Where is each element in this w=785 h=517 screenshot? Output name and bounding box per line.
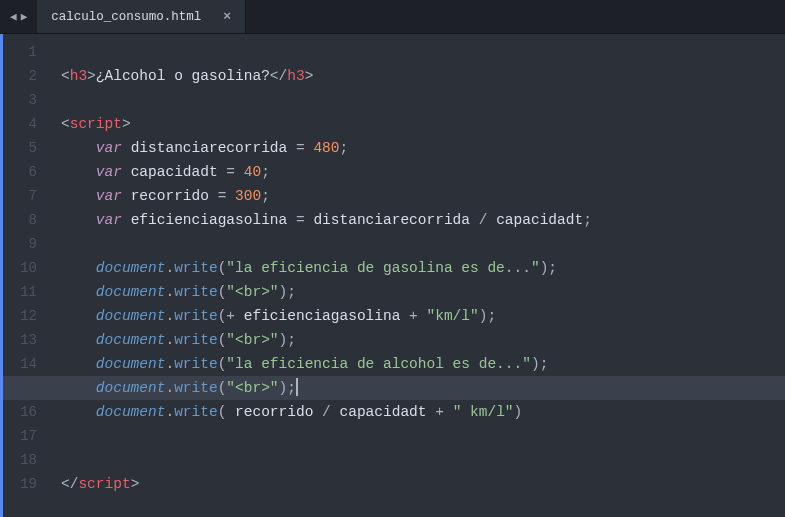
code-line: document.write("<br>"); (61, 280, 785, 304)
code-line: document.write( recorrido / capacidadt +… (61, 400, 785, 424)
line-number: 19 (3, 472, 37, 496)
line-number: 2 (3, 64, 37, 88)
code-line (61, 232, 785, 256)
line-number: 11 (3, 280, 37, 304)
code-line: var distanciarecorrida = 480; (61, 136, 785, 160)
line-number: 9 (3, 232, 37, 256)
line-number: 3 (3, 88, 37, 112)
code-line: <h3>¿Alcohol o gasolina?</h3> (61, 64, 785, 88)
line-number: 10 (3, 256, 37, 280)
code-line-current: document.write("<br>"); (61, 376, 785, 400)
line-number: 13 (3, 328, 37, 352)
line-number: 16 (3, 400, 37, 424)
nav-back-icon[interactable]: ◀ (8, 10, 19, 23)
editor: 1 2 3 4 5 6 7 8 9 10 11 12 13 14 15 16 1… (0, 34, 785, 517)
line-number: 18 (3, 448, 37, 472)
code-line: var capacidadt = 40; (61, 160, 785, 184)
tab-active[interactable]: calculo_consumo.html × (37, 0, 246, 33)
line-number: 8 (3, 208, 37, 232)
nav-arrows: ◀ ▶ (0, 0, 37, 33)
gutter: 1 2 3 4 5 6 7 8 9 10 11 12 13 14 15 16 1… (3, 34, 51, 517)
code-line: document.write("la eficiencia de gasolin… (61, 256, 785, 280)
nav-forward-icon[interactable]: ▶ (19, 10, 30, 23)
code-line: document.write(+ eficienciagasolina + "k… (61, 304, 785, 328)
line-number: 7 (3, 184, 37, 208)
line-number: 4 (3, 112, 37, 136)
line-number: 12 (3, 304, 37, 328)
code-line (61, 88, 785, 112)
code-line (61, 40, 785, 64)
line-number: 6 (3, 160, 37, 184)
tab-bar: ◀ ▶ calculo_consumo.html × (0, 0, 785, 34)
code-line: <script> (61, 112, 785, 136)
line-number: 5 (3, 136, 37, 160)
line-number: 1 (3, 40, 37, 64)
code-line: </script> (61, 472, 785, 496)
code-area[interactable]: <h3>¿Alcohol o gasolina?</h3> <script> v… (51, 34, 785, 517)
line-number: 17 (3, 424, 37, 448)
code-line: document.write("<br>"); (61, 328, 785, 352)
code-line (61, 424, 785, 448)
code-line: var recorrido = 300; (61, 184, 785, 208)
line-number: 14 (3, 352, 37, 376)
close-icon[interactable]: × (223, 9, 231, 24)
code-line: document.write("la eficiencia de alcohol… (61, 352, 785, 376)
tab-title: calculo_consumo.html (51, 10, 201, 24)
text-cursor (296, 378, 298, 396)
code-line: var eficienciagasolina = distanciarecorr… (61, 208, 785, 232)
code-line (61, 448, 785, 472)
